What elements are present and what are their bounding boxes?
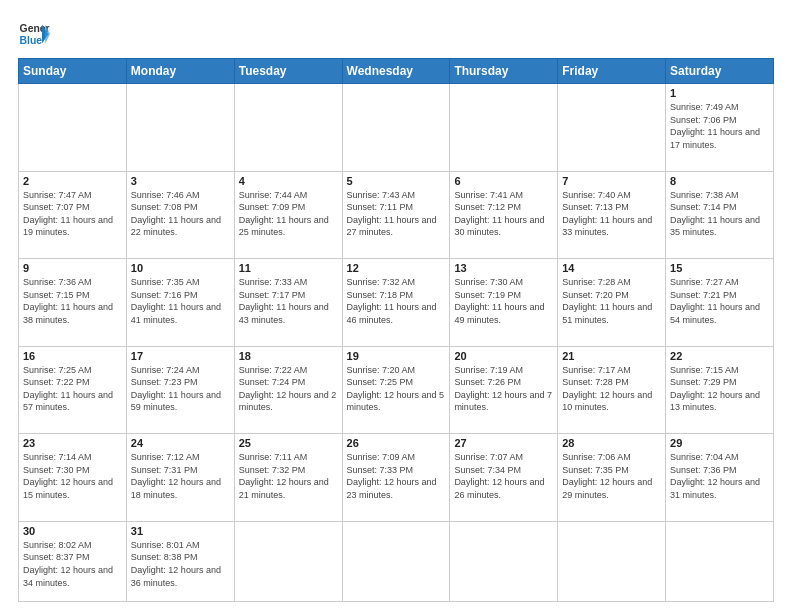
day-number: 18 xyxy=(239,350,338,362)
day-info: Sunrise: 7:46 AMSunset: 7:08 PMDaylight:… xyxy=(131,190,221,238)
calendar-cell: 12 Sunrise: 7:32 AMSunset: 7:18 PMDaylig… xyxy=(342,259,450,347)
day-info: Sunrise: 7:43 AMSunset: 7:11 PMDaylight:… xyxy=(347,190,437,238)
day-number: 29 xyxy=(670,437,769,449)
day-info: Sunrise: 7:22 AMSunset: 7:24 PMDaylight:… xyxy=(239,365,337,413)
day-info: Sunrise: 7:19 AMSunset: 7:26 PMDaylight:… xyxy=(454,365,552,413)
calendar-cell xyxy=(558,521,666,601)
day-number: 27 xyxy=(454,437,553,449)
weekday-header-monday: Monday xyxy=(126,59,234,84)
day-info: Sunrise: 7:20 AMSunset: 7:25 PMDaylight:… xyxy=(347,365,445,413)
calendar-cell xyxy=(126,84,234,172)
day-info: Sunrise: 7:24 AMSunset: 7:23 PMDaylight:… xyxy=(131,365,221,413)
day-info: Sunrise: 7:09 AMSunset: 7:33 PMDaylight:… xyxy=(347,452,437,500)
day-number: 17 xyxy=(131,350,230,362)
calendar-cell: 15 Sunrise: 7:27 AMSunset: 7:21 PMDaylig… xyxy=(666,259,774,347)
day-number: 1 xyxy=(670,87,769,99)
calendar-cell xyxy=(666,521,774,601)
header: General Blue xyxy=(18,18,774,50)
calendar-cell: 31 Sunrise: 8:01 AMSunset: 8:38 PMDaylig… xyxy=(126,521,234,601)
calendar-cell: 13 Sunrise: 7:30 AMSunset: 7:19 PMDaylig… xyxy=(450,259,558,347)
calendar-week-row: 2 Sunrise: 7:47 AMSunset: 7:07 PMDayligh… xyxy=(19,171,774,259)
calendar-week-row: 30 Sunrise: 8:02 AMSunset: 8:37 PMDaylig… xyxy=(19,521,774,601)
day-number: 4 xyxy=(239,175,338,187)
calendar-cell xyxy=(234,521,342,601)
calendar-cell xyxy=(342,84,450,172)
day-number: 13 xyxy=(454,262,553,274)
calendar-cell: 30 Sunrise: 8:02 AMSunset: 8:37 PMDaylig… xyxy=(19,521,127,601)
day-info: Sunrise: 7:17 AMSunset: 7:28 PMDaylight:… xyxy=(562,365,652,413)
day-info: Sunrise: 8:01 AMSunset: 8:38 PMDaylight:… xyxy=(131,540,221,588)
day-number: 6 xyxy=(454,175,553,187)
calendar-cell: 28 Sunrise: 7:06 AMSunset: 7:35 PMDaylig… xyxy=(558,434,666,522)
day-info: Sunrise: 7:40 AMSunset: 7:13 PMDaylight:… xyxy=(562,190,652,238)
day-number: 21 xyxy=(562,350,661,362)
day-info: Sunrise: 7:32 AMSunset: 7:18 PMDaylight:… xyxy=(347,277,437,325)
calendar-cell: 23 Sunrise: 7:14 AMSunset: 7:30 PMDaylig… xyxy=(19,434,127,522)
day-number: 26 xyxy=(347,437,446,449)
logo: General Blue xyxy=(18,18,50,50)
day-info: Sunrise: 7:12 AMSunset: 7:31 PMDaylight:… xyxy=(131,452,221,500)
day-number: 19 xyxy=(347,350,446,362)
calendar-cell: 11 Sunrise: 7:33 AMSunset: 7:17 PMDaylig… xyxy=(234,259,342,347)
day-info: Sunrise: 7:33 AMSunset: 7:17 PMDaylight:… xyxy=(239,277,329,325)
calendar-cell xyxy=(342,521,450,601)
calendar-cell: 4 Sunrise: 7:44 AMSunset: 7:09 PMDayligh… xyxy=(234,171,342,259)
day-number: 3 xyxy=(131,175,230,187)
day-number: 24 xyxy=(131,437,230,449)
day-info: Sunrise: 7:38 AMSunset: 7:14 PMDaylight:… xyxy=(670,190,760,238)
calendar-cell: 26 Sunrise: 7:09 AMSunset: 7:33 PMDaylig… xyxy=(342,434,450,522)
day-number: 31 xyxy=(131,525,230,537)
calendar-cell: 24 Sunrise: 7:12 AMSunset: 7:31 PMDaylig… xyxy=(126,434,234,522)
calendar-cell xyxy=(558,84,666,172)
day-info: Sunrise: 7:07 AMSunset: 7:34 PMDaylight:… xyxy=(454,452,544,500)
weekday-header-friday: Friday xyxy=(558,59,666,84)
day-number: 22 xyxy=(670,350,769,362)
calendar-cell: 9 Sunrise: 7:36 AMSunset: 7:15 PMDayligh… xyxy=(19,259,127,347)
day-info: Sunrise: 7:44 AMSunset: 7:09 PMDaylight:… xyxy=(239,190,329,238)
calendar-week-row: 16 Sunrise: 7:25 AMSunset: 7:22 PMDaylig… xyxy=(19,346,774,434)
calendar-cell: 6 Sunrise: 7:41 AMSunset: 7:12 PMDayligh… xyxy=(450,171,558,259)
day-info: Sunrise: 7:30 AMSunset: 7:19 PMDaylight:… xyxy=(454,277,544,325)
svg-text:Blue: Blue xyxy=(20,35,43,46)
day-info: Sunrise: 7:36 AMSunset: 7:15 PMDaylight:… xyxy=(23,277,113,325)
page: General Blue SundayMondayTuesdayWednesda… xyxy=(0,0,792,612)
day-number: 30 xyxy=(23,525,122,537)
day-number: 20 xyxy=(454,350,553,362)
day-number: 5 xyxy=(347,175,446,187)
calendar-week-row: 9 Sunrise: 7:36 AMSunset: 7:15 PMDayligh… xyxy=(19,259,774,347)
day-number: 12 xyxy=(347,262,446,274)
calendar-cell: 29 Sunrise: 7:04 AMSunset: 7:36 PMDaylig… xyxy=(666,434,774,522)
day-number: 8 xyxy=(670,175,769,187)
day-number: 14 xyxy=(562,262,661,274)
day-number: 7 xyxy=(562,175,661,187)
day-number: 16 xyxy=(23,350,122,362)
weekday-header-sunday: Sunday xyxy=(19,59,127,84)
weekday-header-saturday: Saturday xyxy=(666,59,774,84)
weekday-header-thursday: Thursday xyxy=(450,59,558,84)
calendar-cell: 21 Sunrise: 7:17 AMSunset: 7:28 PMDaylig… xyxy=(558,346,666,434)
calendar-cell: 18 Sunrise: 7:22 AMSunset: 7:24 PMDaylig… xyxy=(234,346,342,434)
day-info: Sunrise: 7:11 AMSunset: 7:32 PMDaylight:… xyxy=(239,452,329,500)
calendar-cell xyxy=(19,84,127,172)
day-info: Sunrise: 8:02 AMSunset: 8:37 PMDaylight:… xyxy=(23,540,113,588)
calendar-week-row: 1 Sunrise: 7:49 AMSunset: 7:06 PMDayligh… xyxy=(19,84,774,172)
calendar-cell: 8 Sunrise: 7:38 AMSunset: 7:14 PMDayligh… xyxy=(666,171,774,259)
day-number: 9 xyxy=(23,262,122,274)
day-info: Sunrise: 7:41 AMSunset: 7:12 PMDaylight:… xyxy=(454,190,544,238)
day-info: Sunrise: 7:06 AMSunset: 7:35 PMDaylight:… xyxy=(562,452,652,500)
day-number: 28 xyxy=(562,437,661,449)
calendar-cell: 22 Sunrise: 7:15 AMSunset: 7:29 PMDaylig… xyxy=(666,346,774,434)
day-number: 11 xyxy=(239,262,338,274)
calendar-cell: 5 Sunrise: 7:43 AMSunset: 7:11 PMDayligh… xyxy=(342,171,450,259)
day-number: 23 xyxy=(23,437,122,449)
day-number: 15 xyxy=(670,262,769,274)
calendar-cell xyxy=(450,84,558,172)
calendar-cell: 10 Sunrise: 7:35 AMSunset: 7:16 PMDaylig… xyxy=(126,259,234,347)
day-info: Sunrise: 7:49 AMSunset: 7:06 PMDaylight:… xyxy=(670,102,760,150)
weekday-header-tuesday: Tuesday xyxy=(234,59,342,84)
calendar-cell: 14 Sunrise: 7:28 AMSunset: 7:20 PMDaylig… xyxy=(558,259,666,347)
calendar-table: SundayMondayTuesdayWednesdayThursdayFrid… xyxy=(18,58,774,602)
calendar-cell: 3 Sunrise: 7:46 AMSunset: 7:08 PMDayligh… xyxy=(126,171,234,259)
calendar-cell xyxy=(450,521,558,601)
weekday-header-row: SundayMondayTuesdayWednesdayThursdayFrid… xyxy=(19,59,774,84)
